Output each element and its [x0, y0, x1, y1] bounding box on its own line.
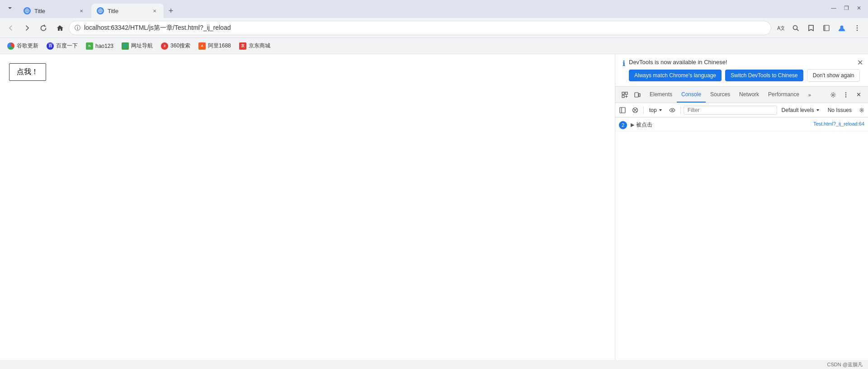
- window-controls: — ❐ ✕: [828, 3, 864, 14]
- tab-2[interactable]: Title ✕: [91, 4, 164, 18]
- tab-1-favicon: [24, 7, 31, 14]
- tab-elements[interactable]: Elements: [645, 87, 677, 103]
- devtools-more-options-icon[interactable]: [840, 89, 852, 101]
- svg-rect-11: [625, 92, 627, 94]
- search-button[interactable]: [788, 21, 803, 35]
- main-area: 点我！ ℹ DevTools is now available in Chine…: [0, 54, 868, 360]
- page-content: 点我！: [0, 54, 615, 360]
- bookmark-jd[interactable]: 京 京东商城: [236, 40, 274, 51]
- svg-rect-19: [620, 107, 625, 113]
- bookmark-360-label: 360搜索: [170, 42, 190, 50]
- bookmark-google-update-label: 谷歌更新: [17, 42, 38, 50]
- notification-message: DevTools is now available in Chinese!: [629, 59, 861, 65]
- toolbar-separator-2: [680, 107, 681, 114]
- close-button[interactable]: ✕: [854, 3, 864, 14]
- devtools-inspect-icon[interactable]: [619, 89, 631, 101]
- minimize-button[interactable]: —: [828, 3, 839, 14]
- devtools-device-icon[interactable]: [632, 89, 643, 101]
- address-text: localhost:63342/HTML/js第一章/Test.html?_ij…: [84, 24, 765, 32]
- svg-rect-5: [824, 25, 826, 31]
- tab-performance[interactable]: Performance: [764, 87, 804, 103]
- log-badge-0: 2: [619, 121, 627, 129]
- reload-button[interactable]: [36, 21, 51, 35]
- bookmark-baidu[interactable]: 百 百度一下: [43, 40, 81, 51]
- translate-button[interactable]: A文: [773, 21, 788, 35]
- tab-network[interactable]: Network: [735, 87, 764, 103]
- bookmark-nav[interactable]: 🌐 网址导航: [118, 40, 156, 51]
- log-source-0[interactable]: Test.html?_ij_reload:64: [813, 121, 864, 126]
- notification-close-icon[interactable]: ✕: [855, 58, 864, 67]
- status-bar: CSDN @蓝胭凡: [0, 360, 868, 369]
- more-tabs-button[interactable]: »: [804, 89, 816, 101]
- log-entry-0: 2 ▶ 被点击 Test.html?_ij_reload:64: [615, 119, 868, 131]
- devtools-settings-icon[interactable]: [827, 89, 839, 101]
- navigation-bar: ⓘ localhost:63342/HTML/js第一章/Test.html?_…: [0, 18, 868, 38]
- devtools-icon-buttons: [617, 89, 645, 101]
- tab-1-close[interactable]: ✕: [78, 7, 85, 14]
- devtools-tabs: Elements Console Sources Network Perform…: [615, 87, 868, 103]
- svg-point-21: [671, 109, 673, 111]
- issues-settings-icon[interactable]: [857, 106, 866, 115]
- sidebar-button[interactable]: [819, 21, 834, 35]
- tab-console[interactable]: Console: [677, 87, 706, 103]
- address-bar[interactable]: ⓘ localhost:63342/HTML/js第一章/Test.html?_…: [69, 21, 771, 35]
- match-language-button[interactable]: Always match Chrome's language: [629, 70, 722, 81]
- context-label: top: [649, 107, 657, 113]
- context-selector[interactable]: top: [646, 106, 665, 114]
- bookmark-button[interactable]: [804, 21, 818, 35]
- devtools-tab-actions: ✕: [827, 89, 866, 101]
- svg-point-17: [845, 94, 846, 95]
- svg-rect-10: [622, 92, 624, 94]
- issues-label: No Issues: [828, 107, 852, 113]
- console-clear-button[interactable]: [630, 105, 641, 116]
- bookmark-1688-label: 阿里1688: [208, 42, 231, 50]
- back-button[interactable]: [4, 21, 18, 35]
- svg-text:A文: A文: [777, 25, 784, 31]
- notification-content: DevTools is now available in Chinese! Al…: [629, 59, 861, 82]
- bookmark-nav-label: 网址导航: [131, 42, 153, 50]
- maximize-button[interactable]: ❐: [841, 3, 852, 14]
- profile-button[interactable]: [835, 21, 849, 35]
- tab-2-title: Title: [108, 8, 147, 14]
- bookmark-hao123-label: hao123: [95, 43, 113, 49]
- tab-sources[interactable]: Sources: [706, 87, 735, 103]
- dont-show-again-button[interactable]: Don't show again: [807, 69, 860, 82]
- svg-point-7: [857, 25, 858, 26]
- toolbar-separator: [643, 107, 644, 114]
- svg-point-18: [845, 96, 846, 97]
- bookmark-hao123[interactable]: h hao123: [82, 41, 117, 51]
- tab-1-title: Title: [34, 8, 74, 14]
- page-click-button[interactable]: 点我！: [9, 63, 46, 81]
- bookmark-google-update-icon: [7, 42, 14, 50]
- bookmark-1688-icon: A: [198, 42, 206, 50]
- new-tab-button[interactable]: +: [165, 5, 177, 17]
- bookmark-jd-icon: 京: [239, 42, 246, 50]
- home-button[interactable]: [52, 21, 67, 35]
- issues-count: No Issues: [824, 107, 855, 113]
- bookmark-1688[interactable]: A 阿里1688: [195, 40, 235, 51]
- console-eye-icon[interactable]: [667, 105, 678, 116]
- bookmark-google-update[interactable]: 谷歌更新: [4, 40, 42, 51]
- console-filter-input[interactable]: [684, 106, 777, 115]
- default-levels-label: Default levels: [782, 107, 814, 113]
- svg-point-16: [845, 92, 846, 93]
- svg-point-9: [857, 29, 858, 30]
- devtools-close-icon[interactable]: ✕: [853, 89, 864, 101]
- tab-1[interactable]: Title ✕: [18, 4, 90, 18]
- bookmark-360[interactable]: 3 360搜索: [157, 40, 194, 51]
- nav-actions: A文: [773, 21, 864, 35]
- menu-button[interactable]: [850, 21, 864, 35]
- console-sidebar-toggle[interactable]: [617, 105, 628, 116]
- notification-buttons: Always match Chrome's language Switch De…: [629, 69, 861, 82]
- svg-rect-13: [635, 93, 638, 97]
- bookmarks-bar: 谷歌更新 百 百度一下 h hao123 🌐 网址导航 3 360搜索: [0, 38, 868, 54]
- console-toolbar: top Default levels No Issues: [615, 103, 868, 117]
- svg-point-8: [857, 27, 858, 28]
- tab-2-close[interactable]: ✕: [151, 7, 158, 14]
- switch-chinese-button[interactable]: Switch DevTools to Chinese: [725, 70, 803, 81]
- log-expand-0[interactable]: ▶: [631, 122, 634, 128]
- default-levels-selector[interactable]: Default levels: [779, 106, 822, 114]
- forward-button[interactable]: [20, 21, 34, 35]
- tab-dropdown[interactable]: [4, 2, 16, 14]
- bookmark-baidu-icon: 百: [47, 42, 54, 50]
